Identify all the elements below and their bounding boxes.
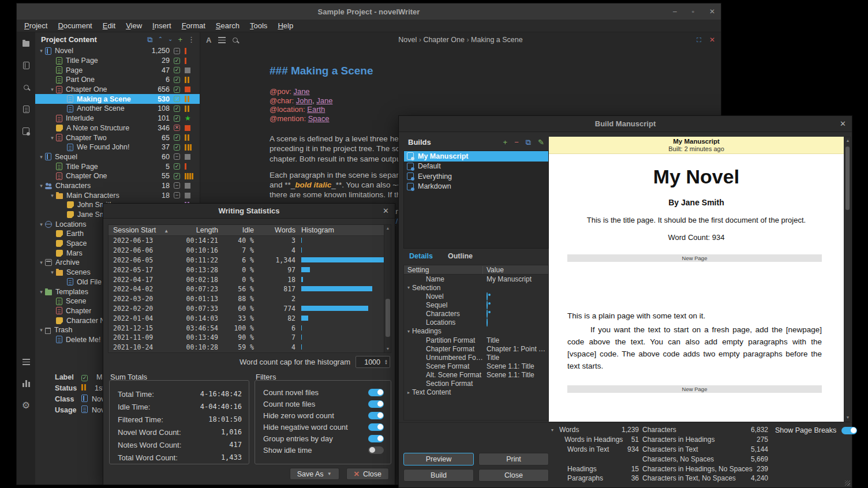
setting-row[interactable]: ▾Headings xyxy=(404,327,548,336)
minus-checkbox-icon[interactable]: − xyxy=(174,48,180,54)
expand-arrow[interactable]: ▾ xyxy=(38,289,45,295)
session-row[interactable]: 2022-02-2000:07:3360 %774 xyxy=(108,304,391,314)
filter-toggle[interactable] xyxy=(368,412,384,419)
document-details-icon[interactable] xyxy=(17,98,35,120)
check-checkbox-icon[interactable]: ✓ xyxy=(174,87,180,93)
tree-row[interactable]: A Note on Structure346✕ xyxy=(35,123,200,133)
tree-row[interactable]: ▾Novel1,250− xyxy=(35,46,200,56)
tree-row[interactable]: Part One6✓ xyxy=(35,75,200,85)
build-titlebar[interactable]: Build Manuscript ✕ xyxy=(399,116,852,132)
column-header-idle[interactable]: Idle xyxy=(218,226,254,234)
build-manuscript-icon[interactable] xyxy=(17,120,35,142)
setting-row[interactable]: Scene FormatScene 1.1: Title xyxy=(404,362,548,370)
session-row[interactable]: 2022-06-1300:14:2140 %3 xyxy=(108,236,391,246)
check-checkbox-icon[interactable]: ✓ xyxy=(174,67,180,73)
setting-row[interactable]: NameMy Manuscript xyxy=(404,275,548,283)
build-list-item[interactable]: Everything xyxy=(404,171,548,182)
check-checkbox-icon[interactable]: ✓ xyxy=(174,96,180,102)
scroll-up-icon[interactable]: ▲ xyxy=(844,137,851,144)
session-row[interactable]: 2021-12-1503:46:54100 %6 xyxy=(108,323,391,333)
check-checkbox-icon[interactable]: ✓ xyxy=(174,173,180,179)
spinner-arrows-icon[interactable]: ▲▼ xyxy=(383,359,390,365)
tree-row[interactable]: ▾Characters18− xyxy=(35,181,200,191)
writing-stats-icon[interactable] xyxy=(17,373,35,395)
session-row[interactable]: 2022-01-0400:14:0333 %82 xyxy=(108,313,391,323)
close-icon[interactable]: ✕ xyxy=(840,119,846,128)
tree-row[interactable]: Interlude101✓★ xyxy=(35,114,200,123)
tag-reference[interactable]: Jane xyxy=(316,96,332,105)
expand-arrow[interactable]: ▾ xyxy=(38,183,45,189)
tree-row[interactable]: Another Scene108✓ xyxy=(35,104,200,114)
preview-scrollbar[interactable]: ▲ ▼ xyxy=(844,137,851,422)
expand-arrow[interactable]: ▾ xyxy=(38,327,45,333)
column-header-session-start[interactable]: Session Start▲ xyxy=(108,226,177,234)
setting-row[interactable]: ▸Text Content xyxy=(404,388,548,397)
column-header-length[interactable]: Length xyxy=(177,226,218,234)
session-row[interactable]: 2022-05-1700:13:280 %97 xyxy=(108,265,391,275)
menu-help[interactable]: Help xyxy=(272,20,298,31)
session-row[interactable]: 2022-04-0200:07:2356 %817 xyxy=(108,284,391,294)
check-checkbox-icon[interactable]: ✓ xyxy=(174,134,180,141)
scroll-down-icon[interactable]: ▼ xyxy=(384,346,391,352)
minus-checkbox-icon[interactable]: − xyxy=(174,182,180,189)
show-page-breaks-toggle[interactable] xyxy=(841,427,857,434)
duplicate-icon[interactable]: ⧉ xyxy=(526,138,531,146)
menu-search[interactable]: Search xyxy=(211,20,245,31)
edit-icon[interactable]: ✎ xyxy=(538,138,544,146)
setting-row[interactable]: Sequel xyxy=(404,301,548,309)
menu-edit[interactable]: Edit xyxy=(98,20,121,31)
minimize-window-icon[interactable]: – xyxy=(673,8,677,15)
expand-arrow[interactable]: ▾ xyxy=(38,260,45,265)
expand-arrow[interactable]: ▾ xyxy=(38,222,45,227)
build-settings-table[interactable]: SettingValue NameMy Manuscript▾Selection… xyxy=(403,265,549,421)
expand-arrow[interactable]: ▾ xyxy=(405,329,412,334)
tab-outline[interactable]: Outline xyxy=(448,252,473,260)
expand-arrow[interactable]: ▾ xyxy=(48,193,56,198)
setting-row[interactable]: Novel xyxy=(404,292,548,301)
maximize-window-icon[interactable]: ▫ xyxy=(692,8,694,15)
menu-kebab-icon[interactable]: ⋮ xyxy=(188,36,195,43)
setting-row[interactable]: Section Format xyxy=(404,380,548,388)
menu-document[interactable]: Document xyxy=(53,20,97,31)
expand-arrow[interactable]: ▸ xyxy=(405,390,412,395)
expand-arrow[interactable]: ▾ xyxy=(38,154,45,160)
tree-row[interactable]: ▾Chapter Two65✓ xyxy=(35,133,200,142)
radio-off-icon[interactable] xyxy=(487,318,488,326)
session-row[interactable]: 2021-11-0900:13:4990 %7 xyxy=(108,333,391,343)
duplicate-icon[interactable]: ⧉ xyxy=(147,36,152,43)
tag-reference[interactable]: Earth xyxy=(307,105,325,114)
project-edit-icon[interactable] xyxy=(17,32,35,54)
remove-icon[interactable]: − xyxy=(514,138,519,146)
tab-details[interactable]: Details xyxy=(409,252,433,260)
scrollbar-thumb[interactable] xyxy=(386,299,390,337)
tree-row[interactable]: Making a Scene530✓ xyxy=(35,94,200,104)
cross-checkbox-icon[interactable]: ✕ xyxy=(174,125,180,131)
filter-toggle[interactable] xyxy=(368,400,384,408)
tree-row[interactable]: Title Page5✓ xyxy=(35,162,200,171)
radio-on-icon[interactable] xyxy=(487,301,488,309)
tree-row[interactable]: Page47✓ xyxy=(35,65,200,75)
sessions-table[interactable]: Session Start▲LengthIdleWordsHistogram 2… xyxy=(108,224,391,353)
check-checkbox-icon[interactable]: ✓ xyxy=(174,163,180,170)
menu-tools[interactable]: Tools xyxy=(245,20,272,31)
session-row[interactable]: 2021-10-2400:10:2859 %4 xyxy=(108,343,391,352)
import-document-icon[interactable] xyxy=(17,54,35,76)
filter-toggle[interactable] xyxy=(368,389,384,396)
radio-on-icon[interactable] xyxy=(487,292,488,301)
scrollbar-thumb[interactable] xyxy=(845,147,850,210)
menu-project[interactable]: Project xyxy=(19,20,53,31)
column-header-histogram[interactable]: Histogram xyxy=(295,226,391,234)
build-list-item[interactable]: My Manuscript xyxy=(404,151,548,162)
search-icon[interactable] xyxy=(17,76,35,98)
add-icon[interactable]: + xyxy=(178,36,182,43)
session-row[interactable]: 2022-03-2000:01:1388 %2 xyxy=(108,294,391,304)
resize-grip[interactable] xyxy=(845,481,850,486)
check-checkbox-icon[interactable]: ✓ xyxy=(174,58,180,64)
setting-row[interactable]: Unnumbered Fo…Title xyxy=(404,353,548,362)
stats-titlebar[interactable]: Writing Statistics ✕ xyxy=(103,204,395,219)
check-checkbox-icon[interactable]: ✓ xyxy=(174,106,180,112)
tag-reference[interactable]: John xyxy=(296,96,312,105)
setting-row[interactable]: ▾Selection xyxy=(404,283,548,292)
move-down-icon[interactable]: ⌄ xyxy=(168,36,173,42)
save-as-button[interactable]: Save As ▼ xyxy=(290,468,339,480)
